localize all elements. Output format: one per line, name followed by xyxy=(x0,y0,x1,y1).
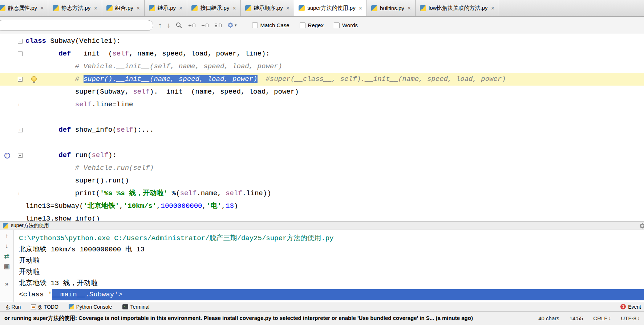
recursive-call-icon[interactable] xyxy=(4,153,10,159)
gutter-left xyxy=(0,136,15,149)
updown-arrows-icon: ↕ xyxy=(637,316,640,321)
tool-button-run[interactable]: 4: Run xyxy=(1,302,26,311)
gutter-left xyxy=(0,200,15,213)
python-console-icon xyxy=(69,304,74,309)
editor-tab[interactable]: 组合.py× xyxy=(102,0,145,16)
close-tab-icon[interactable]: × xyxy=(491,5,494,12)
console-line[interactable]: 北京地铁 10km/s 1000000000 电 13 xyxy=(19,244,644,255)
gutter-fold: ∟ xyxy=(15,98,25,111)
gutter-fold xyxy=(15,86,25,98)
match-case-checkbox[interactable]: Match Case xyxy=(252,22,289,28)
code-line[interactable]: − def run(self): xyxy=(0,149,644,162)
caret-position[interactable]: 14:55 xyxy=(570,315,583,321)
code-line[interactable]: super(Subway, self).__init__(name, speed… xyxy=(0,86,644,98)
code-line[interactable]: − # super().__init__(name, speed, load, … xyxy=(0,73,644,86)
editor-tab[interactable]: 静态方法.py× xyxy=(48,0,102,16)
console-output[interactable]: C:\Python35\python.exe C:/Users/Administ… xyxy=(14,230,644,302)
search-settings-gear-icon[interactable]: ▾ xyxy=(227,22,237,29)
run-console: ↑ ↓ ⇄ ▣ » C:\Python35\python.exe C:/User… xyxy=(0,230,644,302)
event-log-button[interactable]: 1 Event xyxy=(615,302,644,311)
checkbox-box[interactable] xyxy=(252,22,258,28)
editor-tab[interactable]: 继承.py× xyxy=(145,0,187,16)
editor-tab[interactable]: low比解决关联的方法.py× xyxy=(416,0,499,16)
gutter-fold: + xyxy=(15,124,25,136)
fold-plus-icon[interactable]: + xyxy=(18,128,23,132)
words-label: Words xyxy=(342,22,358,28)
fold-minus-icon[interactable]: − xyxy=(18,153,23,158)
next-occurrence-icon[interactable]: ↓ xyxy=(167,22,171,29)
gutter-left xyxy=(0,73,15,86)
code-line[interactable]: # Vehicle.run(self) xyxy=(0,162,644,174)
code-text: super().run() xyxy=(25,174,644,187)
gutter-fold: − xyxy=(15,35,25,48)
code-line[interactable]: # Vehicle.__init__(self, name, speed, lo… xyxy=(0,60,644,73)
console-settings-gear-icon[interactable] xyxy=(639,222,644,230)
tab-label: super方法的使用.py xyxy=(307,5,356,12)
tool-button-terminal[interactable]: ›_ Terminal xyxy=(117,302,155,311)
regex-label: Regex xyxy=(308,22,324,28)
fold-minus-icon[interactable]: − xyxy=(18,39,23,44)
tab-label: builtins.py xyxy=(380,5,404,11)
console-line[interactable]: C:\Python35\python.exe C:/Users/Administ… xyxy=(19,233,644,244)
python-file-icon xyxy=(420,5,426,11)
softwrap-icon[interactable]: ⇄ xyxy=(4,253,9,259)
select-all-occurrences-icon[interactable] xyxy=(214,22,222,28)
tool-button-python-console[interactable]: Python Console xyxy=(64,302,117,311)
gutter-left xyxy=(0,187,15,200)
editor-tab[interactable]: 接口继承.py× xyxy=(187,0,240,16)
status-bar: or running super方法的使用: Coverage is not i… xyxy=(0,311,644,325)
code-line[interactable]: −class Subway(Vehicle1): xyxy=(0,35,644,48)
code-editor[interactable]: −class Subway(Vehicle1):− def __init__(s… xyxy=(0,34,644,221)
regex-checkbox[interactable]: Regex xyxy=(300,22,324,28)
editor-tab[interactable]: 继承顺序.py× xyxy=(241,0,294,16)
prev-occurrence-icon[interactable]: ↑ xyxy=(158,22,162,29)
code-text: class Subway(Vehicle1): xyxy=(25,35,644,48)
words-checkbox[interactable]: Words xyxy=(334,22,358,28)
checkbox-box[interactable] xyxy=(334,22,340,28)
code-line[interactable]: line13.show_info() xyxy=(0,213,644,221)
close-tab-icon[interactable]: × xyxy=(179,5,182,12)
close-tab-icon[interactable]: × xyxy=(40,5,44,12)
intention-bulb-icon[interactable] xyxy=(31,76,37,82)
down-stacktrace-icon[interactable]: ↓ xyxy=(5,243,8,249)
encoding-selector[interactable]: UTF-8↕ xyxy=(621,315,640,321)
gutter-left xyxy=(0,86,15,98)
editor-tab[interactable]: 静态属性.py× xyxy=(0,0,48,16)
more-options-icon[interactable]: » xyxy=(5,281,8,287)
console-line[interactable]: 北京地铁 13 线，开动啦 xyxy=(19,278,644,289)
fold-minus-icon[interactable]: − xyxy=(18,52,23,56)
close-tab-icon[interactable]: × xyxy=(94,5,97,12)
checkbox-box[interactable] xyxy=(300,22,305,28)
code-line[interactable]: line13=Subway('北京地铁','10km/s',1000000000… xyxy=(0,200,644,213)
up-stacktrace-icon[interactable]: ↑ xyxy=(5,233,8,239)
code-line[interactable] xyxy=(0,111,644,124)
code-line[interactable]: super().run() xyxy=(0,174,644,187)
tab-label: 继承顺序.py xyxy=(254,5,283,12)
run-tab-title[interactable]: super方法的使用 xyxy=(11,222,49,229)
remove-occurrence-icon[interactable] xyxy=(201,22,209,28)
code-line[interactable]: − def __init__(self, name, speed, load, … xyxy=(0,48,644,60)
scroll-to-end-icon[interactable]: ▣ xyxy=(4,263,9,270)
code-line[interactable]: ∟ self.line=line xyxy=(0,98,644,111)
close-tab-icon[interactable]: × xyxy=(359,5,362,12)
close-tab-icon[interactable]: × xyxy=(408,5,411,12)
code-line[interactable] xyxy=(0,136,644,149)
magnifier-icon[interactable] xyxy=(175,22,183,29)
editor-tab[interactable]: builtins.py× xyxy=(367,0,416,16)
tab-label: 接口继承.py xyxy=(200,5,229,12)
code-line[interactable]: ∟ print('%s %s 线，开动啦' %(self.name, self.… xyxy=(0,187,644,200)
tool-button-todo[interactable]: 6: TODO xyxy=(26,302,64,311)
add-occurrence-icon[interactable] xyxy=(188,22,196,28)
close-tab-icon[interactable]: × xyxy=(286,5,289,12)
editor-tab[interactable]: super方法的使用.py× xyxy=(294,0,367,16)
console-line[interactable]: <class '__main__.Subway'> xyxy=(19,289,644,300)
close-tab-icon[interactable]: × xyxy=(232,5,236,12)
close-tab-icon[interactable]: × xyxy=(137,5,140,12)
console-line[interactable]: 开动啦 xyxy=(19,255,644,267)
status-message[interactable]: or running super方法的使用: Coverage is not i… xyxy=(4,315,528,322)
line-separator-selector[interactable]: CRLF↕ xyxy=(593,315,611,321)
code-line[interactable]: + def show_info(self):... xyxy=(0,124,644,136)
console-line[interactable]: 开动啦 xyxy=(19,267,644,278)
search-input[interactable] xyxy=(0,20,153,31)
fold-minus-icon[interactable]: − xyxy=(18,77,23,82)
